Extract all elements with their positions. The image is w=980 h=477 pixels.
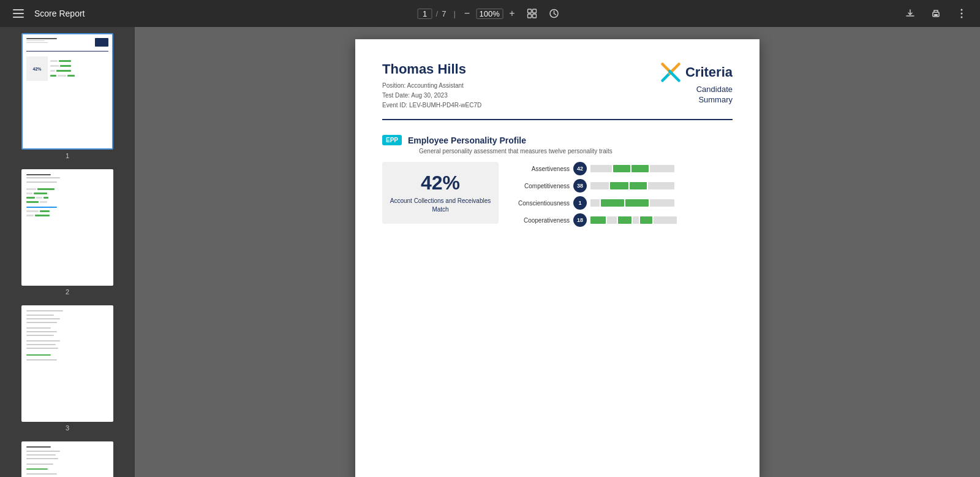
sidebar-page-4[interactable]: 4 bbox=[7, 441, 127, 477]
sidebar-page-3[interactable]: 3 bbox=[7, 305, 127, 432]
app-title: Score Report bbox=[34, 9, 85, 18]
more-options-button[interactable] bbox=[953, 5, 970, 22]
topbar-left: Score Report bbox=[10, 5, 85, 22]
trait-score-cooperativeness: 18 bbox=[573, 213, 587, 227]
criteria-logo-top: Criteria bbox=[660, 61, 733, 83]
trait-row-conscientiousness: Conscientiousness 1 bbox=[508, 196, 733, 210]
svg-rect-6 bbox=[934, 14, 938, 16]
history-icon bbox=[549, 9, 559, 18]
download-button[interactable] bbox=[902, 5, 919, 22]
epp-section: EPP Employee Personality Profile General… bbox=[382, 135, 733, 227]
svg-point-7 bbox=[961, 9, 963, 11]
svg-rect-0 bbox=[527, 9, 531, 13]
trait-bar-conscientiousness bbox=[590, 199, 733, 207]
page-number-input[interactable] bbox=[418, 9, 432, 19]
match-percent: 42% bbox=[421, 172, 460, 194]
hamburger-icon bbox=[13, 9, 24, 18]
epp-description: General personality assessment that meas… bbox=[419, 148, 733, 155]
epp-title: Employee Personality Profile bbox=[408, 135, 526, 145]
zoom-increase-button[interactable]: + bbox=[508, 8, 516, 19]
trait-score-conscientiousness: 1 bbox=[573, 196, 587, 210]
fit-page-button[interactable] bbox=[523, 5, 540, 22]
candidate-position: Position: Accounting Assistant bbox=[382, 81, 481, 91]
epp-header: EPP Employee Personality Profile bbox=[382, 135, 733, 145]
trait-name-assertiveness: Assertiveness bbox=[508, 166, 570, 172]
page-total: 7 bbox=[442, 9, 446, 18]
criteria-x-icon bbox=[660, 61, 682, 83]
pdf-page-1: Thomas Hills Position: Accounting Assist… bbox=[355, 39, 760, 477]
pdf-page-header: Thomas Hills Position: Accounting Assist… bbox=[382, 61, 733, 120]
more-options-icon bbox=[960, 9, 963, 18]
svg-rect-1 bbox=[532, 9, 536, 13]
history-button[interactable] bbox=[545, 5, 562, 22]
thumb-frame-2 bbox=[21, 169, 113, 286]
candidate-name: Thomas Hills bbox=[382, 61, 481, 77]
trait-row-competitiveness: Competitiveness 38 bbox=[508, 179, 733, 193]
download-icon bbox=[905, 9, 915, 18]
sidebar-page-1[interactable]: 42% bbox=[7, 33, 127, 159]
epp-badge: EPP bbox=[382, 135, 402, 145]
trait-row-assertiveness: Assertiveness 42 bbox=[508, 162, 733, 175]
criteria-logo: Criteria Candidate Summary bbox=[660, 61, 733, 105]
pdf-candidate-info: Thomas Hills Position: Accounting Assist… bbox=[382, 61, 481, 110]
match-label: Account Collections and Receivables Matc… bbox=[387, 197, 494, 214]
match-box: 42% Account Collections and Receivables … bbox=[382, 162, 499, 224]
candidate-test-date: Test Date: Aug 30, 2023 bbox=[382, 91, 481, 101]
trait-row-cooperativeness: Cooperativeness 18 bbox=[508, 213, 733, 227]
thumb-frame-3 bbox=[21, 305, 113, 422]
page-separator: / bbox=[436, 9, 439, 18]
trait-name-cooperativeness: Cooperativeness bbox=[508, 217, 570, 224]
trait-name-conscientiousness: Conscientiousness bbox=[508, 200, 570, 207]
trait-bar-competitiveness bbox=[590, 182, 733, 189]
print-icon bbox=[931, 9, 941, 18]
svg-rect-3 bbox=[532, 14, 536, 18]
trait-name-competitiveness: Competitiveness bbox=[508, 183, 570, 189]
pdf-viewer-area[interactable]: Thomas Hills Position: Accounting Assist… bbox=[135, 27, 980, 477]
topbar-center: / 7 | − + bbox=[418, 5, 563, 22]
thumb-content-1: 42% bbox=[23, 34, 112, 148]
traits-container: Assertiveness 42 Competitiveness bbox=[508, 162, 733, 227]
svg-point-8 bbox=[961, 13, 963, 15]
topbar-right bbox=[902, 5, 970, 22]
thumb-content-4 bbox=[23, 443, 112, 477]
thumb-content-2 bbox=[23, 170, 112, 284]
sidebar-panel: 42% bbox=[0, 27, 135, 477]
svg-rect-2 bbox=[527, 14, 531, 18]
page-navigation: / 7 bbox=[418, 9, 447, 19]
trait-bar-cooperativeness bbox=[590, 216, 733, 224]
menu-button[interactable] bbox=[10, 5, 27, 22]
thumb-label-1: 1 bbox=[66, 152, 69, 159]
criteria-brand-name: Criteria bbox=[685, 64, 733, 80]
trait-bar-assertiveness bbox=[590, 165, 733, 172]
svg-point-9 bbox=[961, 17, 963, 18]
trait-score-assertiveness: 42 bbox=[573, 162, 587, 175]
thumb-frame-1: 42% bbox=[21, 33, 113, 150]
thumb-label-3: 3 bbox=[66, 424, 69, 432]
thumb-frame-4 bbox=[21, 441, 113, 477]
thumb-label-2: 2 bbox=[66, 288, 69, 296]
criteria-sub-text: Candidate Summary bbox=[696, 85, 733, 105]
sidebar-page-2[interactable]: 2 bbox=[7, 169, 127, 296]
candidate-event-id: Event ID: LEV-BUMH-PD4R-wEC7D bbox=[382, 101, 481, 110]
epp-content: 42% Account Collections and Receivables … bbox=[382, 162, 733, 227]
zoom-level-input[interactable] bbox=[476, 9, 503, 19]
svg-line-13 bbox=[669, 71, 679, 80]
fit-page-icon bbox=[527, 9, 537, 18]
thumb-content-3 bbox=[23, 307, 112, 421]
print-button[interactable] bbox=[927, 5, 944, 22]
zoom-separator: | bbox=[453, 9, 455, 18]
topbar: Score Report / 7 | − + bbox=[0, 0, 980, 27]
zoom-decrease-button[interactable]: − bbox=[463, 8, 471, 19]
main-content: 42% bbox=[0, 27, 980, 477]
trait-score-competitiveness: 38 bbox=[573, 179, 587, 193]
